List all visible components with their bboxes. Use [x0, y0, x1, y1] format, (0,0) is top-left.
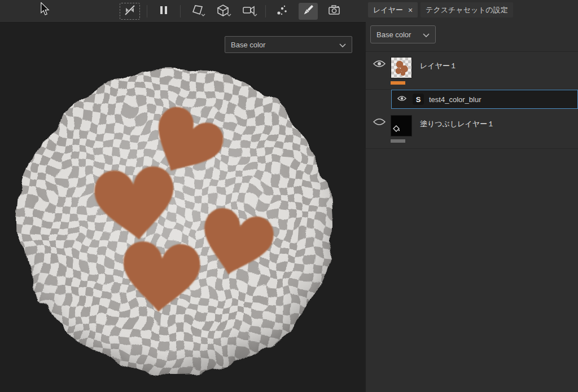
- tab-texture-set-settings[interactable]: テクスチャセットの設定: [421, 2, 513, 17]
- layer-accent-bar: [391, 81, 405, 85]
- chevron-down-icon: [201, 8, 205, 19]
- fill-layer-thumbnail[interactable]: [391, 115, 412, 136]
- screenshot-tool-button[interactable]: [325, 3, 344, 20]
- layer-accent-bar: [391, 139, 405, 143]
- chevron-down-icon: [339, 41, 346, 49]
- layer-name: 塗りつぶしレイヤー１: [420, 119, 494, 129]
- tab-layers-label: レイヤー: [373, 5, 403, 15]
- tab-texture-set-label: テクスチャセットの設定: [426, 5, 508, 15]
- particles-tool-button[interactable]: [273, 3, 292, 20]
- visibility-eye-icon[interactable]: [373, 59, 386, 69]
- 3d-viewport[interactable]: Base color: [0, 23, 366, 392]
- camera-icon: [327, 3, 341, 19]
- chevron-down-icon: [227, 8, 231, 19]
- camera-mode-button[interactable]: [239, 3, 259, 20]
- pause-button[interactable]: [154, 3, 173, 20]
- mesh-cookie-render: [0, 23, 366, 392]
- left-column: Base color: [0, 0, 366, 392]
- panel-channel-value: Base color: [376, 30, 411, 39]
- effect-name: test4_color_blur: [429, 95, 481, 104]
- layer-child-row[interactable]: S test4_color_blur: [366, 90, 578, 110]
- layer-row-fill[interactable]: 塗りつぶしレイヤー１: [366, 110, 578, 149]
- chevron-down-icon: [423, 30, 430, 39]
- visibility-eye-icon[interactable]: [396, 94, 408, 104]
- layer-name: レイヤー１: [420, 61, 457, 71]
- layer-thumbnail[interactable]: [391, 57, 412, 78]
- viewport-channel-select[interactable]: Base color: [225, 36, 352, 53]
- viewport-channel-value: Base color: [231, 41, 265, 49]
- chevron-down-icon: [253, 8, 257, 19]
- paint-bucket-icon: [392, 125, 400, 135]
- symmetry-disabled-icon: [124, 4, 136, 19]
- main-toolbar: [0, 0, 366, 23]
- paint-brush-tool-button[interactable]: [299, 3, 318, 20]
- visibility-eye-icon-hidden[interactable]: [373, 117, 386, 127]
- geometry-mode-button[interactable]: [213, 3, 233, 20]
- toolbar-separator: [147, 5, 147, 17]
- toolbar-separator: [265, 5, 266, 17]
- toolbar-separator: [180, 5, 181, 17]
- pause-icon: [159, 5, 169, 17]
- close-icon[interactable]: ×: [408, 6, 413, 14]
- symmetry-toggle-button[interactable]: [120, 3, 140, 20]
- selected-effect-row[interactable]: S test4_color_blur: [391, 90, 578, 109]
- layers-panel: レイヤー × テクスチャセットの設定 Base color レイヤー１: [366, 0, 578, 392]
- substance-material-icon: S: [413, 94, 424, 105]
- panel-tab-bar: レイヤー × テクスチャセットの設定: [366, 0, 578, 20]
- layer-row-paint[interactable]: レイヤー１: [366, 52, 578, 90]
- polygon-fill-tool-button[interactable]: [187, 3, 207, 20]
- tab-layers[interactable]: レイヤー ×: [368, 2, 418, 17]
- particles-icon: [275, 3, 289, 19]
- paint-brush-icon: [301, 3, 315, 19]
- layer-list: レイヤー１ S test4_color_blur: [366, 51, 578, 149]
- layer-thumbnail-paint: [391, 58, 411, 78]
- panel-channel-select[interactable]: Base color: [370, 25, 436, 43]
